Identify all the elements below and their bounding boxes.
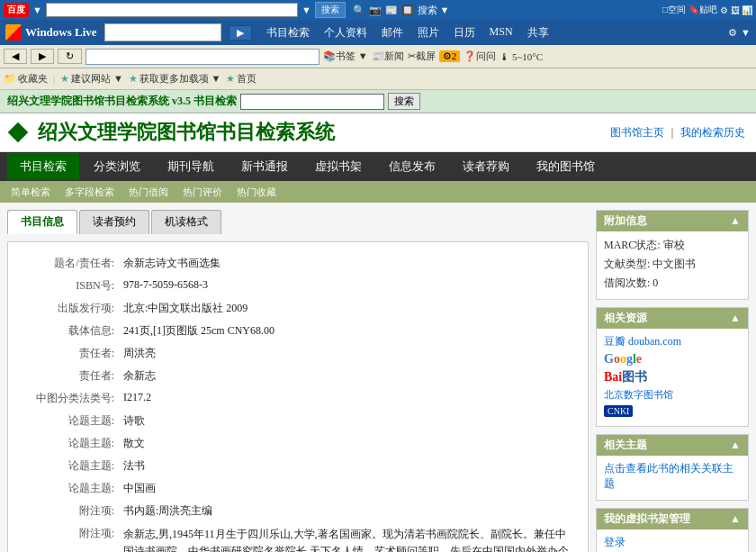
field-label-publish: 出版发行项: — [19, 298, 118, 319]
question-icon[interactable]: ❓问问 — [464, 50, 496, 63]
field-value-note2: 余新志,男,1945年11月生于四川乐山,大学,著名国画家。现为清若书画院院长、… — [120, 523, 577, 552]
borrow-count: 借阅次数: 0 — [604, 275, 741, 291]
subnav-multi[interactable]: 多字段检索 — [61, 184, 118, 201]
related-subjects-section: 相关主题 ▲ 点击查看此书的相关关联主题 — [596, 434, 749, 501]
related-resources-title: 相关资源 — [604, 311, 647, 326]
table-row: 论题主题: 散文 — [19, 433, 577, 454]
news-icon[interactable]: 📰新闻 — [372, 50, 404, 63]
baidu-book-link[interactable]: Bai图书 — [604, 369, 741, 385]
top-icon-4: 🔲 — [401, 5, 414, 16]
top-search-label: ▼ — [32, 5, 42, 15]
lib-history-link[interactable]: 我的检索历史 — [680, 126, 745, 139]
tab-book-info[interactable]: 书目信息 — [7, 210, 77, 234]
fav-homepage[interactable]: ★ 首页 — [226, 72, 256, 86]
nav-item-journal[interactable]: 期刊导航 — [155, 153, 227, 180]
top-search-label2: 搜索 ▼ — [418, 4, 450, 17]
related-subjects-expand[interactable]: ▲ — [730, 439, 741, 452]
wl-nav-calendar[interactable]: 日历 — [454, 25, 475, 41]
doc-type: 文献类型: 中文图书 — [604, 256, 741, 272]
nav-item-suggest[interactable]: 读者荐购 — [450, 153, 522, 180]
related-resources-header: 相关资源 ▲ — [597, 308, 748, 329]
view-related-subjects-link[interactable]: 点击查看此书的相关关联主题 — [604, 461, 741, 492]
wl-search-button[interactable]: ▶ — [229, 25, 252, 41]
address-input[interactable] — [86, 49, 320, 65]
bookmark-icon[interactable]: 📚书签 ▼ — [323, 50, 368, 63]
douban-text: 豆瓣 douban.com — [604, 335, 681, 348]
windows-live-label: Windows Live — [25, 25, 97, 40]
beijing-digital-link[interactable]: 北京数字图书馆 — [604, 388, 741, 402]
lib-search-button[interactable]: 搜索 — [388, 93, 420, 110]
g-letter-6: e — [636, 352, 642, 366]
nav-item-catalog[interactable]: 书目检索 — [7, 153, 79, 180]
screenshot-icon[interactable]: ✂截屏 — [408, 50, 436, 63]
lib-homepage-link[interactable]: 图书馆主页 — [610, 126, 664, 139]
table-row: 附注项: 书内题:周洪亮主编 — [19, 501, 577, 521]
fav-folder[interactable]: 📁 收藏夹 — [4, 72, 48, 86]
wl-nav-msn[interactable]: MSN — [490, 25, 513, 41]
nav-item-newbook[interactable]: 新书通报 — [229, 153, 301, 180]
windows-live-icon — [5, 24, 22, 41]
additional-info-body: MARC状态: 审校 文献类型: 中文图书 借阅次数: 0 — [597, 231, 748, 299]
related-resources-expand[interactable]: ▲ — [730, 312, 741, 325]
home-icon: ★ — [226, 73, 235, 85]
virtual-shelf-header: 我的虚拟书架管理 ▲ — [597, 509, 748, 529]
title-diamond — [8, 122, 29, 143]
wl-nav-photos[interactable]: 照片 — [418, 25, 439, 41]
addon-label: 获取更多加载项 ▼ — [140, 72, 221, 86]
virtual-shelf-body: 登录 — [597, 529, 748, 552]
fav-suggest-site[interactable]: ★ 建议网站 ▼ — [60, 72, 123, 86]
wl-search-input[interactable]: 搜索网页 — [104, 23, 221, 41]
login-link[interactable]: 登录 — [604, 535, 741, 550]
field-label-carrier: 载体信息: — [19, 321, 118, 341]
field-value-resp2: 余新志 — [120, 366, 577, 386]
wl-nav-profile[interactable]: 个人资料 — [324, 25, 367, 41]
wl-nav-updates[interactable]: 书目检索 — [266, 25, 310, 41]
wl-nav-mail[interactable]: 邮件 — [382, 25, 403, 41]
subnav-hot-borrow[interactable]: 热门借阅 — [125, 184, 172, 201]
virtual-shelf-expand[interactable]: ▲ — [730, 512, 741, 526]
wl-nav-share[interactable]: 共享 — [527, 25, 549, 41]
nav-item-virtual-shelf[interactable]: 虚拟书架 — [302, 153, 374, 180]
wl-right-icons: ⚙ ▼ — [728, 27, 751, 39]
field-label-note2: 附注项: — [19, 523, 118, 552]
back-button[interactable]: ◀ — [4, 49, 27, 64]
field-value-resp1: 周洪亮 — [120, 343, 577, 364]
related-subjects-header: 相关主题 ▲ — [597, 435, 748, 456]
nav-item-classify[interactable]: 分类浏览 — [81, 153, 153, 180]
lib-search-input[interactable] — [240, 94, 384, 110]
top-search-button[interactable]: 搜索 — [315, 2, 346, 18]
library-header: 绍兴文理学院图书馆书目检索系统 图书馆主页 ｜ 我的检索历史 — [0, 113, 756, 152]
wl-icon-1: ⚙ — [728, 27, 737, 39]
top-dropdown[interactable]: ▼ — [302, 5, 311, 15]
subnav-hot-review[interactable]: 热门评价 — [179, 184, 226, 201]
additional-info-expand[interactable]: ▲ — [730, 214, 741, 228]
field-value-subject3: 法书 — [120, 456, 577, 476]
library-system: 绍兴文理学院图书馆书目检索系统 图书馆主页 ｜ 我的检索历史 书目检索 分类浏览… — [0, 113, 756, 552]
top-search-input[interactable]: 周洪亮主编 — [46, 3, 298, 17]
cnki-badge: CNKI — [604, 405, 633, 417]
forward-button[interactable]: ▶ — [31, 49, 54, 64]
favorites-bar: 📁 收藏夹 | ★ 建议网站 ▼ ★ 获取更多加载项 ▼ ★ 首页 — [0, 68, 756, 90]
table-row: 出版发行项: 北京:中国文联出版社 2009 — [19, 298, 577, 319]
douban-link[interactable]: 豆瓣 douban.com — [604, 334, 741, 349]
subnav-hot-collect[interactable]: 热门收藏 — [233, 184, 280, 201]
field-value-title: 余新志诗文书画选集 — [120, 253, 577, 274]
fav-more-addons[interactable]: ★ 获取更多加载项 ▼ — [129, 72, 221, 86]
g-letter-2: o — [614, 352, 620, 366]
additional-info-title: 附加信息 — [604, 213, 647, 229]
tab-reader-reserve[interactable]: 读者预约 — [79, 210, 149, 234]
cnki-link[interactable]: CNKI — [604, 404, 741, 418]
table-row: 论题主题: 诗歌 — [19, 411, 577, 431]
wl-nav: 书目检索 个人资料 邮件 照片 日历 MSN 共享 — [266, 25, 549, 41]
subnav-simple[interactable]: 简单检索 — [7, 184, 54, 201]
library-content: 书目信息 读者预约 机读格式 题名/责任者: 余新志诗文书画选集 ISBN号: … — [0, 203, 756, 552]
refresh-button[interactable]: ↻ — [58, 49, 82, 64]
additional-info-header: 附加信息 ▲ — [597, 211, 748, 231]
library-nav: 书目检索 分类浏览 期刊导航 新书通报 虚拟书架 信息发布 读者荐购 我的图书馆 — [0, 152, 756, 181]
google-link[interactable]: Google — [604, 352, 741, 366]
nav-item-mylib[interactable]: 我的图书馆 — [524, 153, 608, 180]
tab-marc-format[interactable]: 机读格式 — [151, 210, 221, 234]
nav-item-info[interactable]: 信息发布 — [376, 153, 448, 180]
book-tabs: 书目信息 读者预约 机读格式 — [7, 210, 589, 234]
field-value-subject2: 散文 — [120, 433, 577, 454]
